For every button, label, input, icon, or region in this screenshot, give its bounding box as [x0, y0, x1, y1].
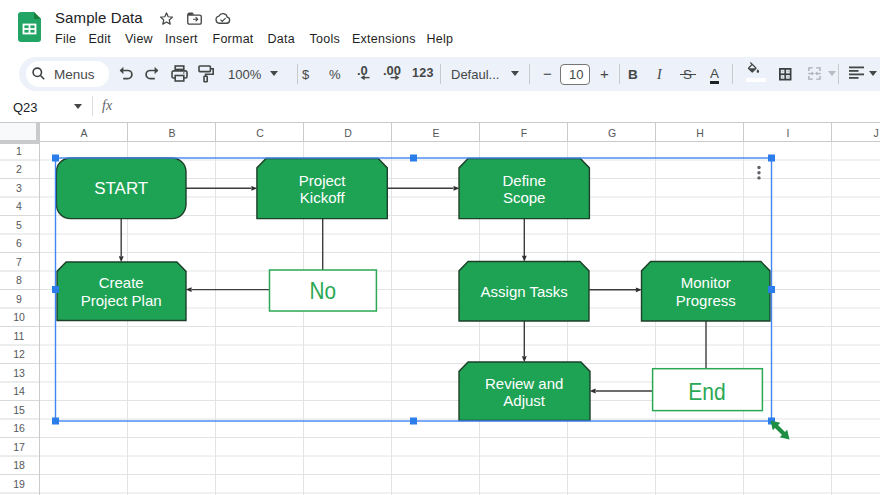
svg-text:Project: Project: [299, 172, 347, 189]
svg-text:Create: Create: [99, 274, 144, 291]
svg-text:Review and: Review and: [485, 375, 563, 392]
svg-text:Kickoff: Kickoff: [300, 189, 346, 206]
svg-text:Scope: Scope: [503, 189, 546, 206]
svg-text:Assign Tasks: Assign Tasks: [481, 283, 568, 300]
svg-text:Progress: Progress: [676, 292, 736, 309]
svg-text:START: START: [94, 180, 148, 197]
svg-text:No: No: [310, 278, 337, 304]
svg-text:Adjust: Adjust: [503, 392, 546, 409]
svg-text:End: End: [688, 378, 726, 405]
svg-text:Project Plan: Project Plan: [81, 292, 162, 309]
svg-text:Define: Define: [503, 172, 546, 189]
svg-text:Monitor: Monitor: [681, 274, 731, 291]
